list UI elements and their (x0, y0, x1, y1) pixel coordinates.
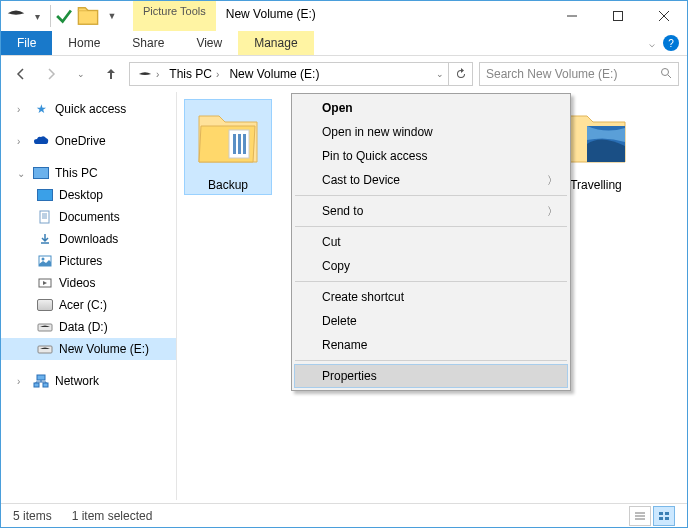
sidebar-downloads[interactable]: Downloads (1, 228, 176, 250)
breadcrumb-volume[interactable]: New Volume (E:) (225, 65, 323, 83)
ctx-open-new-window[interactable]: Open in new window (294, 120, 568, 144)
network-icon (33, 373, 49, 389)
svg-rect-29 (659, 517, 663, 520)
ctx-properties[interactable]: Properties (294, 364, 568, 388)
view-tab[interactable]: View (180, 31, 238, 55)
sidebar-network[interactable]: ›Network (1, 370, 176, 392)
drive-icon (37, 297, 53, 313)
svg-line-6 (668, 75, 671, 78)
sidebar-data-drive[interactable]: Data (D:) (1, 316, 176, 338)
ctx-send-to[interactable]: Send to〉 (294, 199, 568, 223)
svg-rect-0 (78, 11, 97, 25)
window-title: New Volume (E:) (216, 1, 549, 31)
maximize-button[interactable] (595, 1, 641, 31)
svg-rect-18 (43, 383, 48, 387)
ctx-separator (295, 360, 567, 361)
sidebar-quick-access[interactable]: ›★Quick access (1, 98, 176, 120)
ctx-separator (295, 226, 567, 227)
ctx-rename[interactable]: Rename (294, 333, 568, 357)
close-button[interactable] (641, 1, 687, 31)
svg-rect-15 (38, 346, 52, 353)
svg-rect-21 (238, 134, 241, 154)
submenu-chevron-icon: 〉 (547, 204, 558, 219)
svg-rect-20 (233, 134, 236, 154)
search-placeholder: Search New Volume (E:) (486, 67, 660, 81)
desktop-icon (37, 187, 53, 203)
svg-rect-27 (659, 512, 663, 515)
submenu-chevron-icon: 〉 (547, 173, 558, 188)
file-tab[interactable]: File (1, 31, 52, 55)
sidebar-onedrive[interactable]: ›OneDrive (1, 130, 176, 152)
ribbon-tabs: File Home Share View Manage ⌵ ? (1, 31, 687, 56)
status-item-count: 5 items (13, 509, 52, 523)
folder-label: Backup (185, 176, 271, 194)
forward-button[interactable] (39, 62, 63, 86)
qat-new-folder-icon[interactable] (77, 5, 99, 27)
ctx-cut[interactable]: Cut (294, 230, 568, 254)
ctx-pin-quick-access[interactable]: Pin to Quick access (294, 144, 568, 168)
minimize-button[interactable] (549, 1, 595, 31)
details-view-button[interactable] (629, 506, 651, 526)
svg-point-5 (662, 68, 669, 75)
sidebar-documents[interactable]: Documents (1, 206, 176, 228)
folder-icon (561, 104, 631, 174)
status-bar: 5 items 1 item selected (1, 503, 687, 527)
documents-icon (37, 209, 53, 225)
svg-rect-22 (243, 134, 246, 154)
ribbon-expand-icon[interactable]: ⌵ (649, 38, 655, 49)
status-selection-count: 1 item selected (72, 509, 153, 523)
search-icon (660, 67, 672, 82)
videos-icon (37, 275, 53, 291)
refresh-button[interactable] (449, 62, 473, 86)
navigation-pane: ›★Quick access ›OneDrive ⌄This PC Deskto… (1, 92, 177, 500)
help-icon[interactable]: ? (663, 35, 679, 51)
home-tab[interactable]: Home (52, 31, 116, 55)
share-tab[interactable]: Share (116, 31, 180, 55)
svg-rect-2 (614, 12, 623, 21)
context-menu: Open Open in new window Pin to Quick acc… (291, 93, 571, 391)
ctx-cast-to-device[interactable]: Cast to Device〉 (294, 168, 568, 192)
sidebar-this-pc[interactable]: ⌄This PC (1, 162, 176, 184)
breadcrumb-history-chevron[interactable]: ⌄ (436, 69, 444, 79)
ctx-create-shortcut[interactable]: Create shortcut (294, 285, 568, 309)
app-icon[interactable] (5, 5, 27, 27)
folder-backup[interactable]: Backup (185, 100, 271, 194)
drive-icon (37, 319, 53, 335)
svg-rect-7 (40, 211, 49, 223)
sidebar-new-volume[interactable]: New Volume (E:) (1, 338, 176, 360)
svg-rect-14 (38, 324, 52, 331)
folder-icon (193, 104, 263, 174)
sidebar-pictures[interactable]: Pictures (1, 250, 176, 272)
recent-chevron-icon[interactable]: ⌄ (69, 62, 93, 86)
address-bar: ⌄ › This PC› New Volume (E:) ⌄ Search Ne… (1, 56, 687, 92)
breadcrumb-root-icon[interactable]: › (134, 67, 163, 82)
onedrive-icon (33, 133, 49, 149)
back-button[interactable] (9, 62, 33, 86)
svg-rect-17 (34, 383, 39, 387)
breadcrumb-this-pc[interactable]: This PC› (165, 65, 223, 83)
search-input[interactable]: Search New Volume (E:) (479, 62, 679, 86)
star-icon: ★ (33, 101, 49, 117)
sidebar-acer-drive[interactable]: Acer (C:) (1, 294, 176, 316)
qat-customize-chevron[interactable]: ▼ (101, 5, 123, 27)
app-menu-chevron[interactable]: ▾ (29, 5, 51, 27)
contextual-tab-label: Picture Tools (133, 1, 216, 31)
svg-rect-30 (665, 517, 669, 520)
large-icons-view-button[interactable] (653, 506, 675, 526)
ctx-separator (295, 281, 567, 282)
ctx-copy[interactable]: Copy (294, 254, 568, 278)
manage-tab[interactable]: Manage (238, 31, 313, 55)
sidebar-videos[interactable]: Videos (1, 272, 176, 294)
drive-icon (37, 341, 53, 357)
svg-point-12 (42, 258, 45, 261)
ctx-delete[interactable]: Delete (294, 309, 568, 333)
qat-properties-icon[interactable] (53, 5, 75, 27)
up-button[interactable] (99, 62, 123, 86)
ctx-open[interactable]: Open (294, 96, 568, 120)
downloads-icon (37, 231, 53, 247)
ctx-separator (295, 195, 567, 196)
breadcrumb[interactable]: › This PC› New Volume (E:) ⌄ (129, 62, 449, 86)
svg-rect-28 (665, 512, 669, 515)
sidebar-desktop[interactable]: Desktop (1, 184, 176, 206)
pictures-icon (37, 253, 53, 269)
